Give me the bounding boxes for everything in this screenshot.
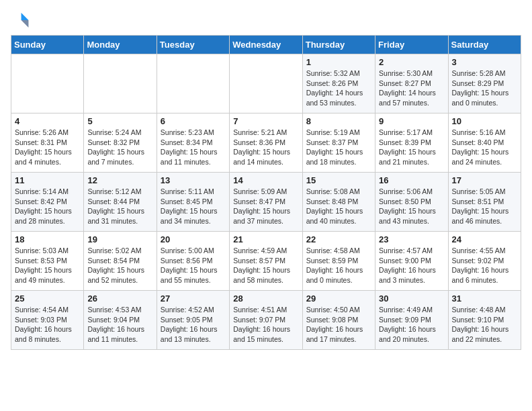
cell-info: Sunrise: 5:14 AM Sunset: 8:42 PM Dayligh…	[15, 187, 80, 226]
header-sunday: Sunday	[11, 36, 84, 54]
logo-icon	[11, 11, 30, 30]
cell-info: Sunrise: 5:11 AM Sunset: 8:45 PM Dayligh…	[161, 187, 226, 226]
logo	[11, 11, 32, 30]
cell-info: Sunrise: 5:05 AM Sunset: 8:51 PM Dayligh…	[452, 187, 517, 226]
day-number: 10	[452, 116, 517, 126]
day-number: 18	[15, 234, 80, 244]
cell-info: Sunrise: 5:16 AM Sunset: 8:40 PM Dayligh…	[452, 128, 517, 167]
calendar-week-row: 25Sunrise: 4:54 AM Sunset: 9:03 PM Dayli…	[11, 291, 521, 350]
calendar-cell: 26Sunrise: 4:53 AM Sunset: 9:04 PM Dayli…	[84, 291, 157, 350]
day-number: 27	[161, 293, 226, 304]
day-number: 4	[15, 116, 80, 126]
cell-info: Sunrise: 4:57 AM Sunset: 9:00 PM Dayligh…	[379, 246, 444, 285]
day-number: 11	[15, 175, 80, 185]
header-saturday: Saturday	[448, 36, 521, 54]
cell-info: Sunrise: 4:59 AM Sunset: 8:57 PM Dayligh…	[233, 246, 298, 285]
cell-info: Sunrise: 5:06 AM Sunset: 8:50 PM Dayligh…	[379, 187, 444, 226]
calendar-cell: 30Sunrise: 4:49 AM Sunset: 9:09 PM Dayli…	[375, 291, 448, 350]
day-number: 24	[452, 234, 517, 244]
cell-info: Sunrise: 5:23 AM Sunset: 8:34 PM Dayligh…	[161, 128, 226, 167]
day-number: 29	[306, 293, 371, 304]
day-number: 7	[233, 116, 298, 126]
calendar-week-row: 4Sunrise: 5:26 AM Sunset: 8:31 PM Daylig…	[11, 113, 521, 173]
calendar-week-row: 18Sunrise: 5:03 AM Sunset: 8:53 PM Dayli…	[11, 232, 521, 291]
svg-marker-1	[21, 20, 29, 28]
day-number: 6	[161, 116, 226, 126]
cell-info: Sunrise: 5:03 AM Sunset: 8:53 PM Dayligh…	[15, 246, 80, 285]
cell-info: Sunrise: 5:30 AM Sunset: 8:27 PM Dayligh…	[379, 68, 444, 108]
calendar-cell: 9Sunrise: 5:17 AM Sunset: 8:39 PM Daylig…	[375, 113, 448, 173]
calendar-cell	[11, 54, 84, 113]
calendar-header-row: SundayMondayTuesdayWednesdayThursdayFrid…	[11, 36, 521, 54]
calendar-cell	[157, 54, 229, 113]
calendar-cell: 14Sunrise: 5:09 AM Sunset: 8:47 PM Dayli…	[230, 173, 302, 232]
day-number: 31	[452, 293, 517, 304]
day-number: 14	[233, 175, 298, 185]
day-number: 21	[233, 234, 298, 244]
calendar-cell: 15Sunrise: 5:08 AM Sunset: 8:48 PM Dayli…	[302, 173, 375, 232]
calendar-cell: 11Sunrise: 5:14 AM Sunset: 8:42 PM Dayli…	[11, 173, 84, 232]
cell-info: Sunrise: 4:54 AM Sunset: 9:03 PM Dayligh…	[15, 305, 80, 345]
cell-info: Sunrise: 5:17 AM Sunset: 8:39 PM Dayligh…	[379, 128, 444, 167]
calendar-cell: 21Sunrise: 4:59 AM Sunset: 8:57 PM Dayli…	[230, 232, 302, 291]
calendar-cell: 8Sunrise: 5:19 AM Sunset: 8:37 PM Daylig…	[302, 113, 375, 173]
calendar-cell: 2Sunrise: 5:30 AM Sunset: 8:27 PM Daylig…	[375, 54, 448, 113]
calendar-cell: 25Sunrise: 4:54 AM Sunset: 9:03 PM Dayli…	[11, 291, 84, 350]
calendar-cell: 27Sunrise: 4:52 AM Sunset: 9:05 PM Dayli…	[157, 291, 229, 350]
cell-info: Sunrise: 4:53 AM Sunset: 9:04 PM Dayligh…	[87, 305, 152, 345]
cell-info: Sunrise: 4:49 AM Sunset: 9:09 PM Dayligh…	[379, 305, 444, 345]
cell-info: Sunrise: 5:24 AM Sunset: 8:32 PM Dayligh…	[87, 128, 152, 167]
cell-info: Sunrise: 5:21 AM Sunset: 8:36 PM Dayligh…	[233, 128, 298, 167]
cell-info: Sunrise: 5:09 AM Sunset: 8:47 PM Dayligh…	[233, 187, 298, 226]
day-number: 20	[161, 234, 226, 244]
day-number: 1	[306, 57, 371, 67]
day-number: 13	[161, 175, 226, 185]
calendar-cell: 22Sunrise: 4:58 AM Sunset: 8:59 PM Dayli…	[302, 232, 375, 291]
header-monday: Monday	[84, 36, 157, 54]
calendar-week-row: 11Sunrise: 5:14 AM Sunset: 8:42 PM Dayli…	[11, 173, 521, 232]
calendar-cell: 7Sunrise: 5:21 AM Sunset: 8:36 PM Daylig…	[230, 113, 302, 173]
page-header	[11, 11, 521, 30]
calendar-cell: 29Sunrise: 4:50 AM Sunset: 9:08 PM Dayli…	[302, 291, 375, 350]
day-number: 5	[87, 116, 152, 126]
calendar-cell: 10Sunrise: 5:16 AM Sunset: 8:40 PM Dayli…	[448, 113, 521, 173]
calendar-cell	[230, 54, 302, 113]
day-number: 12	[87, 175, 152, 185]
day-number: 16	[379, 175, 444, 185]
cell-info: Sunrise: 5:26 AM Sunset: 8:31 PM Dayligh…	[15, 128, 80, 167]
calendar-cell: 16Sunrise: 5:06 AM Sunset: 8:50 PM Dayli…	[375, 173, 448, 232]
svg-marker-0	[21, 13, 29, 20]
cell-info: Sunrise: 4:58 AM Sunset: 8:59 PM Dayligh…	[306, 246, 371, 285]
calendar-cell: 19Sunrise: 5:02 AM Sunset: 8:54 PM Dayli…	[84, 232, 157, 291]
header-tuesday: Tuesday	[157, 36, 229, 54]
calendar-cell: 3Sunrise: 5:28 AM Sunset: 8:29 PM Daylig…	[448, 54, 521, 113]
cell-info: Sunrise: 5:02 AM Sunset: 8:54 PM Dayligh…	[87, 246, 152, 285]
cell-info: Sunrise: 5:12 AM Sunset: 8:44 PM Dayligh…	[87, 187, 152, 226]
day-number: 19	[87, 234, 152, 244]
cell-info: Sunrise: 4:51 AM Sunset: 9:07 PM Dayligh…	[233, 305, 298, 345]
day-number: 8	[306, 116, 371, 126]
cell-info: Sunrise: 5:19 AM Sunset: 8:37 PM Dayligh…	[306, 128, 371, 167]
day-number: 17	[452, 175, 517, 185]
calendar-cell: 31Sunrise: 4:48 AM Sunset: 9:10 PM Dayli…	[448, 291, 521, 350]
calendar-cell: 24Sunrise: 4:55 AM Sunset: 9:02 PM Dayli…	[448, 232, 521, 291]
day-number: 23	[379, 234, 444, 244]
cell-info: Sunrise: 5:28 AM Sunset: 8:29 PM Dayligh…	[452, 68, 517, 108]
calendar-table: SundayMondayTuesdayWednesdayThursdayFrid…	[11, 35, 521, 350]
calendar-cell: 4Sunrise: 5:26 AM Sunset: 8:31 PM Daylig…	[11, 113, 84, 173]
calendar-cell: 5Sunrise: 5:24 AM Sunset: 8:32 PM Daylig…	[84, 113, 157, 173]
day-number: 9	[379, 116, 444, 126]
day-number: 2	[379, 57, 444, 67]
header-thursday: Thursday	[302, 36, 375, 54]
calendar-cell: 17Sunrise: 5:05 AM Sunset: 8:51 PM Dayli…	[448, 173, 521, 232]
calendar-cell: 1Sunrise: 5:32 AM Sunset: 8:26 PM Daylig…	[302, 54, 375, 113]
cell-info: Sunrise: 4:48 AM Sunset: 9:10 PM Dayligh…	[452, 305, 517, 345]
day-number: 25	[15, 293, 80, 304]
day-number: 3	[452, 57, 517, 67]
day-number: 30	[379, 293, 444, 304]
calendar-cell	[84, 54, 157, 113]
calendar-cell: 12Sunrise: 5:12 AM Sunset: 8:44 PM Dayli…	[84, 173, 157, 232]
cell-info: Sunrise: 4:55 AM Sunset: 9:02 PM Dayligh…	[452, 246, 517, 285]
header-friday: Friday	[375, 36, 448, 54]
cell-info: Sunrise: 5:00 AM Sunset: 8:56 PM Dayligh…	[161, 246, 226, 285]
